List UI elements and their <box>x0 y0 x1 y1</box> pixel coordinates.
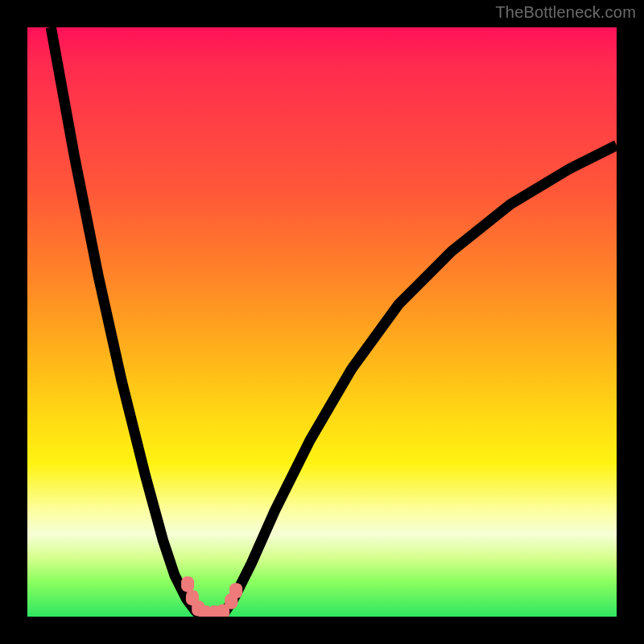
curve-right-branch <box>222 145 617 617</box>
valley-marker <box>229 583 242 598</box>
attribution-text: TheBottleneck.com <box>495 3 636 22</box>
plot-area <box>27 27 617 617</box>
curve-left-branch <box>51 27 201 617</box>
chart-svg <box>27 27 617 617</box>
valley-marker <box>181 576 194 592</box>
outer-frame: TheBottleneck.com <box>0 0 644 644</box>
